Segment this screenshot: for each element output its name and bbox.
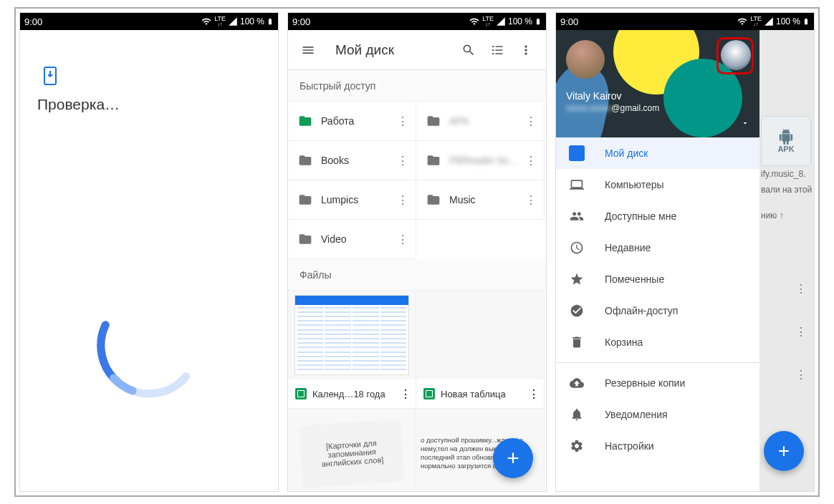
drawer-item-label: Настройки: [605, 440, 654, 452]
battery-icon: [535, 16, 542, 27]
folder-item[interactable]: FBReader book network⋮: [416, 140, 545, 180]
file-thumbnail: [416, 291, 544, 379]
row-more-icon[interactable]: ⋮: [795, 368, 807, 382]
file-name: Календ…18 года: [312, 389, 400, 399]
folder-more-icon[interactable]: ⋮: [394, 154, 411, 168]
sheets-icon: [295, 388, 307, 399]
folder-icon: [298, 232, 312, 246]
drawer-item-label: Недавние: [605, 242, 651, 253]
drawer-item-label: Помеченные: [605, 273, 664, 285]
quick-access-header: Быстрый доступ: [288, 70, 546, 102]
search-icon[interactable]: [454, 36, 483, 64]
file-tile[interactable]: Новая таблица⋮: [416, 290, 545, 409]
loading-spinner: [92, 288, 206, 405]
page-title: Мой диск: [335, 42, 454, 58]
folder-icon: [298, 193, 312, 207]
folder-item[interactable]: Music⋮: [416, 180, 545, 220]
folder-item[interactable]: APK⋮: [416, 101, 545, 141]
drawer-header[interactable]: Vitaly Kairov xxxxx.xxxxx@gmail.com: [556, 30, 759, 137]
folder-name: Lumpics: [321, 194, 394, 205]
app-bar: Мой диск: [288, 30, 546, 70]
drawer-item-настройки[interactable]: Настройки: [556, 430, 759, 462]
user-name: Vitaly Kairov: [566, 90, 749, 102]
drawer-item-icon: [569, 178, 585, 192]
user-email: xxxxx.xxxxx@gmail.com: [566, 103, 749, 113]
folder-more-icon[interactable]: ⋮: [522, 154, 540, 168]
folder-icon: [426, 153, 441, 168]
lte-indicator: LTE↓↑: [214, 16, 226, 27]
battery-text: 100 %: [776, 16, 800, 26]
avatar-main[interactable]: [566, 40, 605, 79]
svg-point-1: [92, 288, 206, 402]
folder-item[interactable]: Books⋮: [288, 140, 416, 180]
content-behind-drawer: APK ify.music_8. вали на этой нию ↑ ⋮ ⋮ …: [759, 30, 814, 491]
folder-item[interactable]: Работа⋮: [288, 101, 416, 141]
phone-loading-screen: 9:00 LTE↓↑ 100 % Проверка…: [20, 13, 278, 491]
drawer-item-офлайн-доступ[interactable]: Офлайн-доступ: [556, 295, 759, 326]
drawer-item-помеченные[interactable]: Помеченные: [556, 263, 759, 295]
status-time: 9:00: [292, 16, 310, 27]
file-tile[interactable]: [Карточки длязапоминанияанглийских слов]: [288, 408, 416, 491]
folder-name: APK: [449, 115, 522, 127]
status-bar: 9:00 LTE↓↑ 100 %: [288, 13, 546, 30]
battery-icon: [267, 16, 274, 27]
status-bar: 9:00 LTE↓↑ 100 %: [20, 13, 278, 30]
battery-icon: [802, 16, 810, 27]
battery-text: 100 %: [240, 16, 264, 26]
folder-more-icon[interactable]: ⋮: [522, 193, 540, 207]
drawer-item-корзина[interactable]: Корзина: [556, 326, 759, 358]
apk-icon: APK: [761, 116, 811, 166]
view-list-icon[interactable]: [483, 36, 512, 64]
folder-name: Работа: [321, 115, 394, 127]
expand-icon[interactable]: [741, 119, 749, 127]
drawer-item-резервные-копии[interactable]: Резервные копии: [556, 367, 759, 399]
fab-add-button[interactable]: +: [764, 431, 804, 471]
drawer-item-icon: [569, 241, 585, 255]
folder-name: FBReader book network: [449, 155, 522, 166]
file-tile[interactable]: Календ…18 года⋮: [288, 290, 416, 409]
file-thumbnail: [Карточки длязапоминанияанглийских слов]: [288, 409, 416, 491]
highlight-box: [716, 37, 754, 74]
status-time: 9:00: [560, 16, 578, 27]
file-name: Новая таблица: [441, 389, 528, 399]
drawer-item-icon: [569, 407, 585, 422]
drawer-item-label: Мой диск: [605, 147, 648, 159]
folder-more-icon[interactable]: ⋮: [394, 193, 411, 207]
menu-icon[interactable]: [294, 36, 322, 64]
drawer-item-недавние[interactable]: Недавние: [556, 232, 759, 263]
drawer-item-компьютеры[interactable]: Компьютеры: [556, 169, 759, 200]
drawer-item-label: Уведомления: [605, 409, 668, 420]
drawer-item-мой-диск[interactable]: Мой диск: [556, 137, 759, 169]
checking-text: Проверка…: [37, 96, 265, 113]
folder-icon: [298, 153, 312, 168]
svg-point-3: [92, 288, 206, 402]
folder-more-icon[interactable]: ⋮: [394, 233, 411, 246]
phone-drawer-screen: 9:00 LTE↓↑ 100 % Vitaly Kairov xxxxx.xxx…: [556, 13, 814, 491]
drawer-item-доступные-мне[interactable]: Доступные мне: [556, 200, 759, 232]
overflow-icon[interactable]: [512, 36, 540, 64]
lte-indicator: LTE↓↑: [750, 16, 762, 27]
signal-icon: [228, 16, 238, 26]
row-more-icon[interactable]: ⋮: [795, 282, 807, 296]
folder-icon: [298, 114, 312, 128]
drawer-item-label: Корзина: [605, 336, 643, 348]
drawer-item-label: Резервные копии: [605, 377, 685, 389]
signal-icon: [496, 16, 506, 26]
drawer-item-label: Офлайн-доступ: [605, 305, 678, 316]
status-bar: 9:00 LTE↓↑ 100 %: [556, 13, 814, 30]
folder-more-icon[interactable]: ⋮: [394, 115, 411, 128]
folder-name: Books: [321, 155, 394, 166]
folder-item[interactable]: Lumpics⋮: [288, 180, 416, 220]
file-more-icon[interactable]: ⋮: [528, 387, 540, 401]
apk-tile: APK ify.music_8. вали на этой нию ↑: [761, 116, 814, 223]
wifi-icon: [737, 16, 748, 26]
drawer-item-уведомления[interactable]: Уведомления: [556, 399, 759, 430]
folder-name: Video: [321, 233, 394, 245]
drawer-item-icon: [569, 145, 585, 161]
folder-more-icon[interactable]: ⋮: [522, 115, 540, 128]
battery-text: 100 %: [508, 16, 532, 26]
fab-add-button[interactable]: +: [493, 438, 533, 478]
file-more-icon[interactable]: ⋮: [400, 387, 411, 401]
row-more-icon[interactable]: ⋮: [795, 325, 807, 339]
folder-item[interactable]: Video⋮: [288, 219, 416, 259]
